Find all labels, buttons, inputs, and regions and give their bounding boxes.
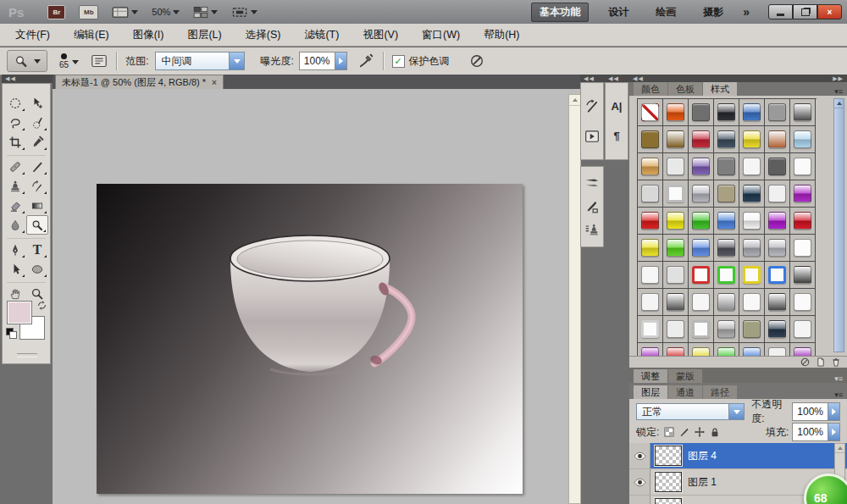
style-swatch-45[interactable]	[714, 262, 739, 289]
tab-styles-0[interactable]: 颜色	[634, 82, 667, 96]
style-swatch-67[interactable]	[739, 343, 765, 356]
clone-stamp-tool[interactable]	[4, 176, 26, 196]
icon-dock-collapse-header[interactable]: ◀◀	[580, 75, 607, 82]
style-swatch-1[interactable]	[663, 99, 689, 126]
style-swatch-40[interactable]	[765, 235, 790, 262]
style-swatch-60[interactable]	[739, 316, 765, 343]
style-swatch-28[interactable]	[638, 208, 663, 235]
clone-source-panel-button[interactable]	[584, 223, 600, 237]
shape-tool[interactable]	[26, 259, 48, 279]
style-swatch-68[interactable]	[765, 343, 790, 356]
minimize-button[interactable]	[768, 4, 793, 19]
launch-mini-bridge-button[interactable]: Mb	[79, 5, 98, 19]
style-swatch-20[interactable]	[790, 153, 816, 180]
canvas[interactable]	[97, 184, 523, 494]
pen-tool[interactable]	[4, 240, 26, 259]
style-swatch-26[interactable]	[765, 180, 790, 208]
style-swatch-23[interactable]	[689, 180, 714, 208]
style-swatch-59[interactable]	[714, 316, 739, 343]
icon-dock-collapse-header[interactable]: ◀◀	[605, 75, 632, 82]
style-swatch-21[interactable]	[638, 180, 663, 208]
crop-tool[interactable]	[4, 132, 26, 152]
hand-tool[interactable]	[4, 284, 26, 303]
delete-style-button[interactable]	[832, 357, 840, 367]
panel-menu-icon[interactable]: ▾≡	[834, 375, 843, 383]
blur-tool[interactable]	[4, 215, 26, 235]
document-close-icon[interactable]: ×	[212, 78, 217, 87]
menu-item-7[interactable]: 窗口(W)	[410, 25, 472, 46]
style-swatch-27[interactable]	[790, 180, 816, 208]
opacity-input[interactable]: 100%	[792, 402, 840, 421]
style-swatch-5[interactable]	[765, 99, 790, 126]
layer-name[interactable]: 图层 1	[688, 475, 717, 490]
style-swatch-2[interactable]	[689, 99, 714, 126]
tab-layers-2[interactable]: 路径	[703, 385, 737, 399]
tablet-pressure-button[interactable]	[468, 53, 485, 69]
layer-name[interactable]: 图层 4	[688, 449, 717, 463]
style-swatch-38[interactable]	[714, 235, 739, 262]
lock-transparency-icon[interactable]	[664, 427, 674, 437]
style-swatch-46[interactable]	[739, 262, 765, 289]
history-panel-button[interactable]	[584, 99, 600, 114]
tool-preset-picker[interactable]	[7, 50, 47, 72]
tab-layers-0[interactable]: 图层	[634, 385, 667, 399]
style-swatch-63[interactable]	[638, 343, 663, 356]
style-swatch-50[interactable]	[663, 289, 689, 316]
style-swatch-66[interactable]	[714, 343, 739, 356]
brush-panel-button[interactable]	[584, 199, 600, 213]
style-swatch-47[interactable]	[765, 262, 790, 289]
toggle-brushes-panel-button[interactable]	[91, 53, 108, 69]
style-swatch-7[interactable]	[638, 126, 663, 153]
brush-presets-panel-button[interactable]	[584, 176, 600, 189]
history-brush-tool[interactable]	[26, 176, 48, 196]
protect-tones-checkbox[interactable]: ✓	[392, 55, 405, 68]
panel-menu-icon[interactable]: ▾≡	[834, 88, 843, 96]
style-swatch-58[interactable]	[689, 316, 714, 343]
menu-item-5[interactable]: 滤镜(T)	[292, 25, 351, 46]
document-vertical-scrollbar[interactable]	[568, 94, 581, 504]
style-swatch-31[interactable]	[714, 208, 739, 235]
restore-button[interactable]	[793, 4, 817, 19]
menu-item-3[interactable]: 图层(L)	[175, 25, 233, 46]
style-swatch-51[interactable]	[689, 289, 714, 316]
document-area[interactable]	[53, 89, 581, 504]
style-swatch-41[interactable]	[790, 235, 816, 262]
style-swatch-43[interactable]	[663, 262, 689, 289]
style-swatch-13[interactable]	[790, 126, 816, 153]
style-swatch-3[interactable]	[714, 99, 739, 126]
style-swatch-64[interactable]	[663, 343, 689, 356]
eyedropper-tool[interactable]	[26, 132, 48, 152]
style-swatch-30[interactable]	[689, 208, 714, 235]
tab-styles-2[interactable]: 样式	[703, 82, 737, 96]
eraser-tool[interactable]	[4, 196, 26, 215]
style-swatch-34[interactable]	[790, 208, 816, 235]
style-swatch-10[interactable]	[714, 126, 739, 153]
fill-input[interactable]: 100%	[792, 423, 840, 441]
styles-scrollbar[interactable]	[833, 98, 844, 352]
screen-mode-control[interactable]	[231, 6, 257, 19]
swap-colors-icon[interactable]	[36, 300, 47, 311]
panel-menu-icon[interactable]: ▾≡	[834, 391, 843, 399]
menu-item-1[interactable]: 编辑(E)	[62, 25, 121, 46]
style-swatch-52[interactable]	[714, 289, 739, 316]
arrange-documents-control[interactable]	[193, 6, 218, 19]
style-swatch-39[interactable]	[739, 235, 765, 262]
layer-visibility-toggle[interactable]	[629, 469, 650, 495]
style-swatch-54[interactable]	[765, 289, 790, 316]
workspace-overflow-chevron[interactable]: »	[743, 5, 748, 19]
airbrush-toggle-button[interactable]	[357, 53, 374, 69]
menu-item-6[interactable]: 视图(V)	[351, 25, 410, 46]
menu-item-4[interactable]: 选择(S)	[234, 25, 293, 46]
workspace-button-3[interactable]: 摄影	[695, 3, 731, 21]
paragraph-panel-button[interactable]: ¶	[613, 130, 619, 142]
foreground-color-swatch[interactable]	[8, 302, 30, 323]
style-swatch-22[interactable]	[663, 180, 689, 208]
gradient-tool[interactable]	[26, 196, 48, 215]
lasso-tool[interactable]	[4, 113, 26, 132]
marquee-tool[interactable]	[4, 93, 26, 113]
style-swatch-11[interactable]	[739, 126, 765, 153]
path-selection-tool[interactable]	[4, 259, 26, 279]
layer-thumbnail[interactable]	[655, 472, 682, 492]
style-swatch-49[interactable]	[638, 289, 663, 316]
lock-all-icon[interactable]	[710, 427, 720, 437]
